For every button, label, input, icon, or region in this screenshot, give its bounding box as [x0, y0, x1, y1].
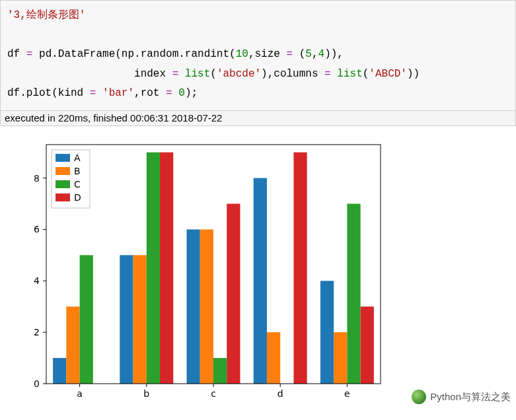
- bar-c-D: [227, 203, 240, 383]
- legend-swatch-C: [55, 180, 70, 188]
- bar-d-A: [254, 178, 267, 384]
- bar-d-D: [293, 153, 307, 384]
- svg-text:4: 4: [34, 275, 40, 286]
- watermark: Python与算法之美: [412, 390, 511, 404]
- bar-c-B: [200, 229, 213, 384]
- bar-a-C: [80, 255, 93, 384]
- svg-text:e: e: [344, 388, 350, 399]
- bar-b-B: [133, 255, 147, 384]
- watermark-text: Python与算法之美: [430, 391, 511, 403]
- bar-chart: 02468abcdeABCD: [18, 138, 388, 402]
- execution-time: executed in 220ms, finished 00:06:31 201…: [0, 111, 516, 126]
- svg-text:b: b: [143, 388, 149, 399]
- chart-output: 02468abcdeABCD: [0, 126, 516, 402]
- bar-d-B: [267, 332, 280, 384]
- bar-a-A: [53, 358, 66, 384]
- legend-swatch-B: [55, 167, 70, 175]
- code-cell: '3,绘制条形图' df = pd.DataFrame(np.random.ra…: [0, 0, 516, 111]
- svg-text:8: 8: [34, 173, 40, 184]
- svg-text:6: 6: [34, 224, 40, 234]
- legend-label-B: B: [74, 166, 81, 176]
- bar-e-B: [334, 332, 347, 384]
- bar-c-C: [213, 358, 227, 384]
- bar-b-D: [160, 153, 173, 384]
- legend-label-A: A: [74, 153, 81, 163]
- wechat-icon: [412, 390, 426, 404]
- svg-text:0: 0: [34, 378, 40, 389]
- legend-label-C: C: [74, 179, 81, 190]
- legend-swatch-D: [55, 193, 70, 201]
- legend-label-D: D: [74, 192, 81, 203]
- bar-b-A: [120, 255, 133, 384]
- legend-swatch-A: [55, 154, 70, 162]
- bar-a-B: [66, 306, 79, 384]
- code-string: '3,绘制条形图': [7, 9, 85, 21]
- bar-e-A: [320, 281, 334, 384]
- svg-text:c: c: [211, 388, 216, 399]
- svg-text:a: a: [77, 388, 83, 399]
- svg-text:2: 2: [34, 327, 40, 337]
- svg-text:d: d: [277, 388, 283, 399]
- bar-e-C: [347, 203, 360, 383]
- bar-e-D: [361, 306, 374, 384]
- bar-c-A: [187, 229, 200, 384]
- bar-b-C: [147, 153, 160, 384]
